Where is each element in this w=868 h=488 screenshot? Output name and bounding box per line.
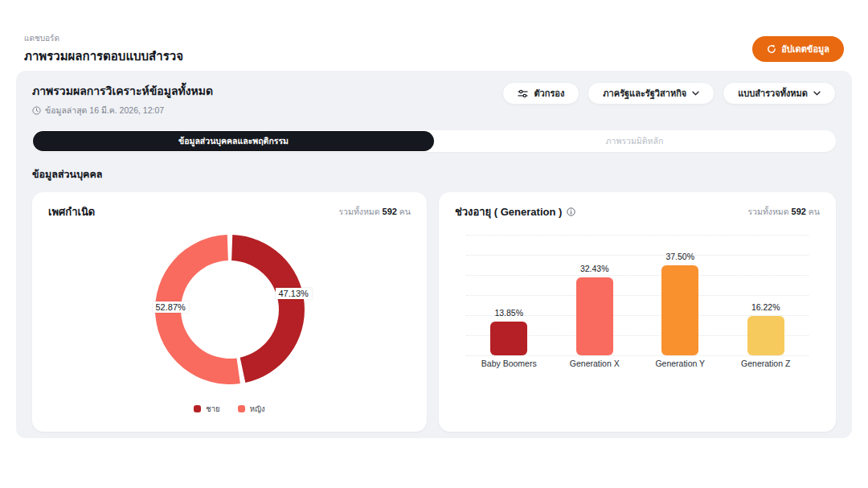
gender-legend: ชาย หญิง	[48, 403, 411, 415]
generation-card-header: ช่วงอายุ ( Generation ) รวมทั้งหมด 592 ค…	[455, 203, 820, 220]
category-label: Generation Z	[723, 359, 809, 368]
bar-baby-boomers[interactable]	[490, 322, 527, 355]
panel-header: ภาพรวมผลการวิเคราะห์ข้อมูลทั้งหมด ข้อมูล…	[24, 82, 844, 117]
last-updated: ข้อมูลล่าสุด 16 มี.ค. 2026, 12:07	[32, 104, 213, 117]
breadcrumb[interactable]: แดชบอร์ด	[24, 32, 183, 44]
generation-bar-chart: 13.85% 32.43% 37.50% 16.22%	[466, 235, 809, 355]
male-legend-label: ชาย	[206, 403, 219, 415]
generation-chart-card: ช่วงอายุ ( Generation ) รวมทั้งหมด 592 ค…	[439, 192, 836, 432]
page-title: ภาพรวมผลการตอบแบบสำรวจ	[24, 47, 183, 66]
bar-group-generation-z: 16.22%	[723, 235, 809, 355]
bar-value-label: 13.85%	[494, 308, 523, 318]
donut-label-male: 47.13%	[276, 288, 312, 299]
gender-total: รวมทั้งหมด 592 คน	[338, 205, 411, 219]
bar-generation-z[interactable]	[747, 316, 784, 355]
analysis-panel: ภาพรวมผลการวิเคราะห์ข้อมูลทั้งหมด ข้อมูล…	[16, 71, 852, 438]
tab-main-dimensions[interactable]: ภาพรวมมิติหลัก	[434, 131, 835, 151]
female-swatch	[238, 405, 245, 412]
section-heading: ข้อมูลส่วนบุคคล	[32, 166, 836, 182]
chevron-down-icon	[692, 91, 699, 96]
tab-personal-behavior[interactable]: ข้อมูลส่วนบุคคลและพฤติกรรม	[33, 131, 434, 151]
panel-title-block: ภาพรวมผลการวิเคราะห์ข้อมูลทั้งหมด ข้อมูล…	[32, 82, 213, 117]
gender-total-unit: คน	[399, 207, 411, 216]
bar-value-label: 16.22%	[751, 302, 780, 312]
bar-generation-x[interactable]	[576, 277, 613, 355]
category-axis: Baby Boomers Generation X Generation Y G…	[466, 359, 809, 368]
gender-donut-chart: 47.13% 52.87%	[149, 229, 310, 390]
donut-label-female: 52.87%	[153, 301, 189, 313]
last-updated-text: ข้อมูลล่าสุด 16 มี.ค. 2026, 12:07	[45, 104, 164, 117]
sector-dropdown[interactable]: ภาครัฐและรัฐวิสาหกิจ	[588, 82, 714, 105]
bar-series: 13.85% 32.43% 37.50% 16.22%	[466, 235, 809, 355]
bar-group-generation-y: 37.50%	[637, 235, 723, 355]
chevron-down-icon	[813, 91, 821, 96]
bar-value-label: 32.43%	[580, 264, 609, 273]
bar-group-generation-x: 32.43%	[552, 235, 638, 355]
gender-total-value: 592	[383, 207, 397, 216]
category-label: Baby Boomers	[466, 359, 552, 368]
page-header: แดชบอร์ด ภาพรวมผลการตอบแบบสำรวจ อัปเดตข้…	[16, 27, 852, 71]
refresh-icon	[767, 44, 776, 54]
donut-slice-male[interactable]	[231, 235, 305, 383]
category-label: Generation Y	[637, 359, 723, 368]
sector-dropdown-label: ภาครัฐและรัฐวิสาหกิจ	[603, 86, 686, 100]
category-label: Generation X	[552, 359, 638, 368]
generation-total-label: รวมทั้งหมด	[747, 207, 788, 216]
generation-total-unit: คน	[809, 207, 820, 216]
filter-toolbar: ตัวกรอง ภาครัฐและรัฐวิสาหกิจ แบบสำรวจทั้…	[502, 82, 844, 105]
survey-dropdown-label: แบบสำรวจทั้งหมด	[738, 86, 808, 100]
survey-dropdown[interactable]: แบบสำรวจทั้งหมด	[723, 82, 836, 105]
bar-group-baby-boomers: 13.85%	[466, 235, 552, 355]
panel-title: ภาพรวมผลการวิเคราะห์ข้อมูลทั้งหมด	[32, 82, 213, 100]
gridline	[466, 355, 809, 356]
bar-value-label: 37.50%	[665, 252, 694, 261]
legend-item-female[interactable]: หญิง	[238, 403, 265, 415]
info-icon[interactable]	[567, 207, 575, 216]
gender-total-label: รวมทั้งหมด	[338, 207, 379, 216]
view-tabs: ข้อมูลส่วนบุคคลและพฤติกรรม ภาพรวมมิติหลั…	[32, 130, 836, 152]
female-legend-label: หญิง	[250, 403, 265, 415]
title-block: แดชบอร์ด ภาพรวมผลการตอบแบบสำรวจ	[24, 32, 183, 66]
legend-item-male[interactable]: ชาย	[194, 403, 219, 415]
gender-card-title: เพศกำเนิด	[48, 203, 95, 220]
generation-card-title: ช่วงอายุ ( Generation )	[455, 203, 562, 220]
clock-icon	[32, 106, 41, 115]
sliders-icon	[518, 89, 528, 98]
filter-button[interactable]: ตัวกรอง	[502, 82, 579, 105]
dashboard-page: แดชบอร์ด ภาพรวมผลการตอบแบบสำรวจ อัปเดตข้…	[0, 0, 868, 488]
gender-card-header: เพศกำเนิด รวมทั้งหมด 592 คน	[48, 203, 411, 220]
generation-total-value: 592	[792, 207, 806, 216]
generation-total: รวมทั้งหมด 592 คน	[747, 205, 820, 219]
update-button-label: อัปเดตข้อมูล	[781, 42, 829, 56]
gender-chart-card: เพศกำเนิด รวมทั้งหมด 592 คน 47.13% 52.87…	[32, 192, 427, 432]
charts-row: เพศกำเนิด รวมทั้งหมด 592 คน 47.13% 52.87…	[32, 192, 836, 432]
bar-generation-y[interactable]	[661, 265, 698, 356]
male-swatch	[194, 405, 201, 412]
filter-button-label: ตัวกรอง	[534, 86, 564, 100]
update-data-button[interactable]: อัปเดตข้อมูล	[752, 36, 844, 62]
